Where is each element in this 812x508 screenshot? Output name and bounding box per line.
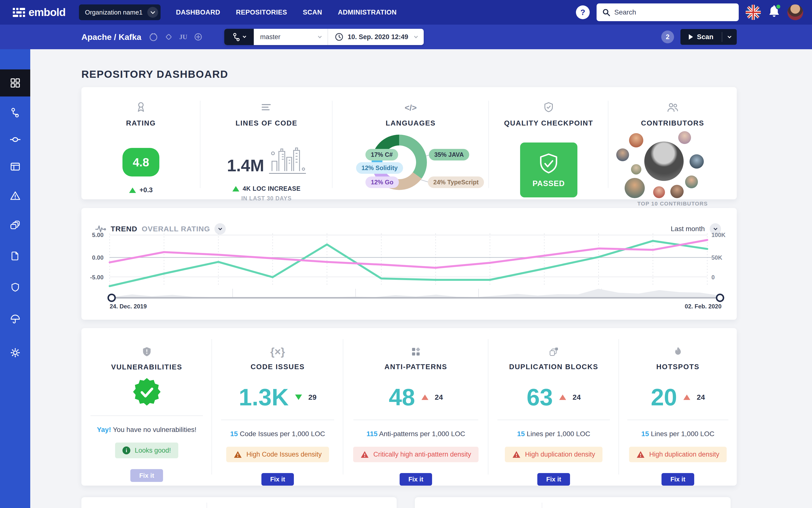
sidebar-item-security[interactable] bbox=[0, 274, 30, 301]
sidebar-item-coverage[interactable] bbox=[0, 306, 30, 333]
metric-title: CODE ISSUES bbox=[251, 363, 305, 371]
trend-up-icon bbox=[559, 394, 566, 400]
contributor-avatar[interactable] bbox=[678, 131, 691, 144]
code-icon: </> bbox=[332, 100, 489, 115]
trend-subtitle: OVERALL RATING bbox=[142, 225, 210, 233]
fix-it-button[interactable]: Fix it bbox=[537, 473, 570, 485]
metric-value: 20 bbox=[651, 385, 677, 409]
lines-icon bbox=[261, 102, 273, 113]
junit-icon[interactable]: JU bbox=[179, 33, 187, 41]
trend-series-secondary bbox=[110, 241, 707, 286]
notifications-bell[interactable] bbox=[768, 5, 780, 20]
trend-card: TREND OVERALL RATING Last month 5.00 0.0… bbox=[81, 208, 737, 320]
metric-title: ANTI-PATTERNS bbox=[384, 363, 447, 371]
contributor-avatar[interactable] bbox=[670, 185, 684, 198]
metric-value: 63 bbox=[526, 385, 553, 409]
page-title: REPOSITORY DASHBOARD bbox=[81, 69, 228, 80]
contributor-avatar[interactable] bbox=[625, 178, 645, 198]
lang-label-java[interactable]: 35% JAVA bbox=[429, 149, 469, 161]
quality-title: QUALITY CHECKPOINT bbox=[489, 119, 608, 127]
git-branch-icon bbox=[10, 107, 20, 118]
snapshot-datetime: 10. Sep. 2020 12:49 bbox=[348, 33, 408, 41]
sidebar-item-issues[interactable] bbox=[0, 182, 30, 209]
git-commit-icon bbox=[10, 134, 21, 145]
city-skyline-illustration bbox=[269, 146, 306, 174]
sidebar-item-duplication[interactable] bbox=[0, 212, 30, 239]
help-button[interactable]: ? bbox=[576, 5, 590, 19]
scan-button[interactable]: Scan bbox=[680, 29, 737, 45]
git-branch-icon bbox=[232, 33, 241, 41]
trend-metric-selector[interactable] bbox=[214, 223, 226, 235]
contributor-avatar[interactable] bbox=[653, 186, 665, 198]
lang-label-go[interactable]: 12% Go bbox=[366, 176, 399, 188]
y-axis-tick: -5.00 bbox=[90, 274, 103, 281]
metric-stat: 115 Anti-patterns per 1,000 LOC bbox=[367, 430, 465, 438]
code-issues-icon: {×} bbox=[270, 344, 285, 359]
sidebar-item-settings[interactable] bbox=[0, 339, 30, 366]
lang-label-typescript[interactable]: 24% TypeScript bbox=[428, 176, 484, 188]
loc-cell: LINES OF CODE 1.4M 4K LOC INCREASE IN LA… bbox=[200, 87, 332, 199]
scan-options-chevron[interactable] bbox=[722, 36, 737, 38]
loc-title: LINES OF CODE bbox=[200, 119, 332, 127]
quality-status-text: PASSED bbox=[532, 179, 565, 188]
gear-icon bbox=[10, 347, 21, 358]
medal-icon bbox=[135, 101, 147, 114]
metric-title: HOTSPOTS bbox=[656, 363, 700, 371]
user-avatar[interactable] bbox=[787, 4, 803, 20]
range-slider-handle-left[interactable] bbox=[108, 294, 115, 301]
fix-it-button[interactable]: Fix it bbox=[662, 473, 694, 485]
info-icon: i bbox=[123, 447, 130, 454]
metric-delta: 29 bbox=[308, 393, 317, 401]
nav-administration[interactable]: ADMINISTRATION bbox=[338, 9, 397, 16]
contributor-avatar[interactable] bbox=[689, 154, 704, 169]
contributor-avatar[interactable] bbox=[685, 175, 698, 188]
sidebar-item-branches[interactable] bbox=[0, 99, 30, 126]
add-integration-icon[interactable] bbox=[194, 33, 203, 41]
github-icon[interactable] bbox=[149, 32, 158, 42]
branch-select[interactable]: master bbox=[254, 33, 328, 41]
contributor-avatar[interactable] bbox=[644, 141, 684, 181]
sidebar-item-files[interactable] bbox=[0, 243, 30, 269]
search-input[interactable] bbox=[614, 8, 733, 16]
lang-label-csharp[interactable]: 17% C# bbox=[366, 149, 398, 161]
grid-icon bbox=[10, 78, 20, 88]
partial-card-right bbox=[415, 497, 731, 508]
contributor-avatar[interactable] bbox=[631, 164, 641, 174]
nav-repositories[interactable]: REPOSITORIES bbox=[236, 9, 287, 16]
contributor-avatar[interactable] bbox=[616, 149, 629, 161]
trend-range-label: Last month bbox=[671, 225, 705, 233]
metric-title: VULNERABILITIES bbox=[111, 363, 182, 371]
shield-check-icon bbox=[537, 152, 561, 177]
sidebar-item-dashboard[interactable] bbox=[0, 70, 30, 96]
play-icon bbox=[689, 34, 693, 40]
nav-dashboard[interactable]: DASHBOARD bbox=[176, 9, 220, 16]
duplication-icon bbox=[548, 346, 559, 357]
embold-logo[interactable]: embold bbox=[13, 6, 65, 18]
vulnerabilities-message: Yay! You have no vulnerabilities! bbox=[97, 426, 196, 434]
loc-delta-text: 4K LOC INCREASE bbox=[243, 185, 300, 192]
trend-up-icon bbox=[232, 186, 239, 192]
nav-scan[interactable]: SCAN bbox=[303, 9, 322, 16]
contributor-avatar[interactable] bbox=[629, 133, 643, 147]
clock-icon bbox=[334, 32, 344, 42]
branch-mode-button[interactable] bbox=[224, 29, 254, 45]
vulnerabilities-cell: VULNERABILITIES Yay! You have no vulnera… bbox=[81, 328, 212, 485]
warning-icon bbox=[512, 451, 521, 458]
lang-label-solidity[interactable]: 12% Solidity bbox=[356, 162, 403, 174]
fix-it-button[interactable]: Fix it bbox=[261, 473, 294, 485]
language-flag-uk-icon[interactable] bbox=[746, 5, 761, 20]
fix-it-button-disabled: Fix it bbox=[130, 469, 163, 482]
y-axis-tick-right: 0 bbox=[711, 274, 715, 281]
organization-selector[interactable]: Organization name1 bbox=[79, 4, 160, 20]
range-slider-handle-right[interactable] bbox=[717, 294, 723, 301]
sidebar-item-commits[interactable] bbox=[0, 126, 30, 153]
diamond-icon[interactable] bbox=[164, 33, 173, 41]
fix-it-button[interactable]: Fix it bbox=[399, 473, 432, 485]
layout-icon bbox=[10, 162, 20, 172]
search-box bbox=[596, 3, 739, 21]
snapshot-datetime-select[interactable]: 10. Sep. 2020 12:49 bbox=[328, 32, 424, 42]
sidebar-item-components[interactable] bbox=[0, 153, 30, 180]
topbar-right-controls: ? bbox=[576, 3, 803, 21]
branch-name: master bbox=[260, 33, 281, 41]
x-axis-start-date: 24. Dec. 2019 bbox=[110, 303, 147, 310]
